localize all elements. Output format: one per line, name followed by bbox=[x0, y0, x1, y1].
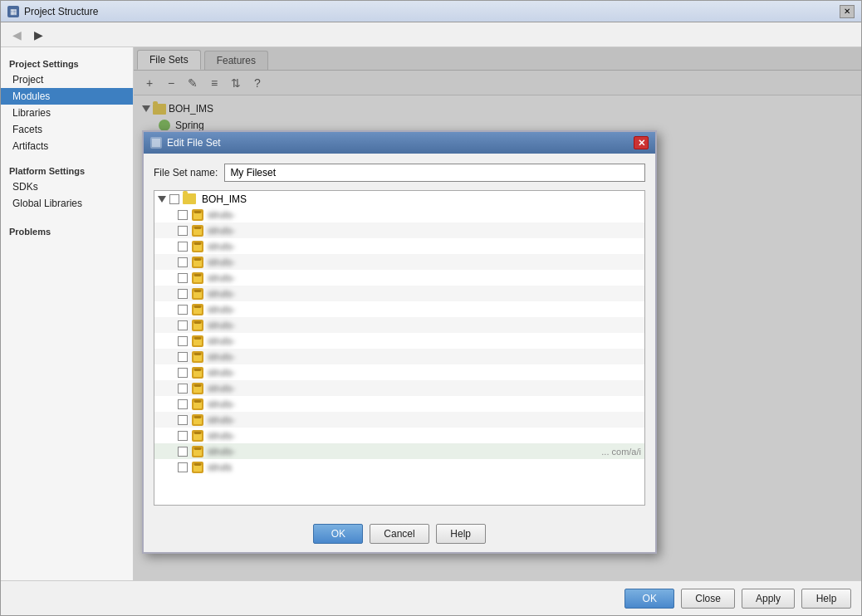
edit-file-set-dialog: Edit File Set ✕ File Set name: bbox=[142, 130, 657, 554]
svg-rect-23 bbox=[194, 306, 201, 308]
jar-icon bbox=[191, 461, 204, 474]
app-icon: ▦ bbox=[7, 6, 19, 17]
file-name: struts-​​​​​​​​​​​​​​​​​​​​​ bbox=[208, 367, 235, 379]
file-checkbox[interactable] bbox=[178, 257, 188, 267]
ok-button[interactable]: OK bbox=[624, 589, 674, 609]
file-item-11[interactable]: struts-​​​​​​​​​​​​​​​​​​​​​ bbox=[154, 364, 644, 380]
svg-rect-17 bbox=[194, 274, 201, 276]
file-item-3[interactable]: struts-​​​​​​​​​​​​​​​​​​​​​​​ bbox=[154, 238, 644, 254]
file-checkbox[interactable] bbox=[178, 368, 188, 378]
file-checkbox[interactable] bbox=[178, 462, 188, 472]
root-checkbox[interactable] bbox=[169, 194, 179, 204]
modal-help-button[interactable]: Help bbox=[436, 524, 486, 544]
svg-rect-37 bbox=[193, 386, 202, 393]
file-item-2[interactable]: struts-​​​​​​​​​​​​​​​​​​​​​​​​​​ bbox=[154, 222, 644, 238]
file-name: struts​​​​​​​​​​​​​​​​​​ bbox=[208, 462, 232, 473]
jar-icon bbox=[191, 445, 204, 458]
file-name: struts-​​​​​​​​​​​​​​​​​​​​​​​​ bbox=[208, 335, 235, 347]
file-item-12[interactable]: struts-​​​​​​​​​​​​​​​​ bbox=[154, 380, 644, 396]
file-item-10[interactable]: struts-​​​​​​​​​​​​​​​​​​​ bbox=[154, 349, 644, 364]
file-name: struts-​​​​​​​​​​​​​​​​​​​​​​​​​​​​ bbox=[208, 272, 235, 284]
svg-rect-43 bbox=[193, 418, 202, 424]
file-checkbox[interactable] bbox=[178, 447, 188, 457]
file-checkbox[interactable] bbox=[178, 226, 188, 236]
jar-icon bbox=[191, 350, 204, 364]
file-checkbox[interactable] bbox=[178, 384, 188, 394]
file-name: struts-​​​​​​​​​​​​​​​​ bbox=[208, 446, 235, 457]
svg-rect-8 bbox=[194, 227, 201, 229]
expand-root-icon[interactable] bbox=[158, 196, 166, 203]
file-name: struts-​​​​​​​​​​​​​​​​​​​ bbox=[208, 288, 235, 300]
sidebar-item-sdks[interactable]: SDKs bbox=[1, 178, 133, 195]
close-button[interactable]: Close bbox=[681, 589, 735, 609]
svg-rect-41 bbox=[194, 400, 201, 403]
file-checkbox[interactable] bbox=[178, 336, 188, 346]
file-checkbox[interactable] bbox=[178, 399, 188, 409]
file-item-6[interactable]: struts-​​​​​​​​​​​​​​​​​​​ bbox=[154, 286, 644, 301]
file-item-8[interactable]: struts-​​​​​​​​​​​​​​​​​​​​​​​ bbox=[154, 317, 644, 333]
jar-icon bbox=[191, 429, 204, 442]
project-settings-header: Project Settings bbox=[1, 54, 133, 71]
jar-icon bbox=[191, 303, 204, 316]
file-item-5[interactable]: struts-​​​​​​​​​​​​​​​​​​​​​​​​​​​​ bbox=[154, 270, 644, 286]
file-checkbox[interactable] bbox=[178, 242, 188, 252]
file-checkbox[interactable] bbox=[178, 210, 188, 220]
svg-rect-20 bbox=[194, 290, 201, 292]
modal-close-button[interactable]: ✕ bbox=[634, 136, 649, 149]
right-panel: File Sets Features + − ✎ ≡ ⇅ ? BOH_IMS bbox=[134, 47, 861, 580]
root-folder-icon bbox=[183, 193, 196, 204]
main-window: ▦ Project Structure ✕ ◀ ▶ Project Settin… bbox=[0, 0, 862, 616]
jar-icon bbox=[191, 240, 204, 253]
sidebar-item-facets[interactable]: Facets bbox=[1, 121, 133, 138]
sidebar-item-modules[interactable]: Modules bbox=[1, 88, 133, 105]
file-checkbox[interactable] bbox=[178, 289, 188, 299]
modal-body: File Set name: BOH_IMS bbox=[144, 154, 655, 516]
file-checkbox[interactable] bbox=[178, 415, 188, 425]
sidebar-item-artifacts[interactable]: Artifacts bbox=[1, 138, 133, 154]
file-item-9[interactable]: struts-​​​​​​​​​​​​​​​​​​​​​​​​ bbox=[154, 333, 644, 349]
back-button[interactable]: ◀ bbox=[7, 26, 26, 44]
window-close-button[interactable]: ✕ bbox=[840, 5, 855, 18]
sidebar-item-project[interactable]: Project bbox=[1, 71, 133, 88]
svg-rect-26 bbox=[194, 321, 201, 324]
file-checkbox[interactable] bbox=[178, 305, 188, 315]
file-item-4[interactable]: struts-​​​​​​​​​​​​​​​​​​​​​ bbox=[154, 254, 644, 270]
svg-rect-29 bbox=[194, 337, 201, 340]
file-checkbox[interactable] bbox=[178, 273, 188, 283]
sidebar-item-global-libraries[interactable]: Global Libraries bbox=[1, 195, 133, 212]
file-item-7[interactable]: struts-​​​​​​​​​​​​​​​​​​​​​​ bbox=[154, 301, 644, 317]
forward-button[interactable]: ▶ bbox=[29, 26, 47, 44]
help-button[interactable]: Help bbox=[801, 589, 851, 609]
file-checkbox[interactable] bbox=[178, 320, 188, 330]
file-item-15[interactable]: struts-​​​​​​​​​​​​​​​​​​​​​ bbox=[154, 428, 644, 443]
svg-rect-44 bbox=[194, 416, 201, 418]
file-item-13[interactable]: struts-​​​​​​​​​​​​​​​​​​​​​​​ bbox=[154, 396, 644, 412]
file-item-1[interactable]: struts-​​​​​​​​​​​​​​​​​​​​​​​​​​​​​​​ bbox=[154, 207, 644, 222]
file-tree-root[interactable]: BOH_IMS bbox=[154, 191, 644, 207]
jar-icon bbox=[191, 398, 204, 411]
sidebar-item-libraries[interactable]: Libraries bbox=[1, 105, 133, 121]
file-set-tree[interactable]: BOH_IMS bbox=[154, 190, 645, 506]
modal-title: Edit File Set bbox=[167, 137, 221, 149]
jar-icon bbox=[191, 271, 204, 285]
svg-rect-10 bbox=[193, 244, 202, 251]
modal-cancel-button[interactable]: Cancel bbox=[370, 524, 429, 544]
file-name: struts-​​​​​​​​​​​​​​​​​​​​​​ bbox=[208, 304, 235, 315]
file-item-17[interactable]: struts​​​​​​​​​​​​​​​​​​ bbox=[154, 459, 644, 475]
file-item-16[interactable]: struts-​​​​​​​​​​​​​​​​ ... com/a/i bbox=[154, 443, 644, 459]
file-name: struts-​​​​​​​​​​​​​​​​​​​ bbox=[208, 414, 235, 426]
svg-rect-50 bbox=[194, 447, 201, 450]
svg-rect-16 bbox=[193, 276, 202, 282]
modal-ok-button[interactable]: OK bbox=[313, 524, 363, 544]
svg-rect-31 bbox=[193, 354, 202, 361]
svg-rect-34 bbox=[193, 370, 202, 377]
file-checkbox[interactable] bbox=[178, 431, 188, 441]
jar-icon bbox=[191, 413, 204, 427]
modal-overlay: Edit File Set ✕ File Set name: bbox=[134, 47, 861, 580]
jar-icon bbox=[191, 287, 204, 301]
file-item-14[interactable]: struts-​​​​​​​​​​​​​​​​​​​ bbox=[154, 412, 644, 428]
jar-icon bbox=[191, 366, 204, 379]
apply-button[interactable]: Apply bbox=[742, 589, 795, 609]
file-set-name-input[interactable] bbox=[224, 164, 645, 182]
file-checkbox[interactable] bbox=[178, 352, 188, 362]
